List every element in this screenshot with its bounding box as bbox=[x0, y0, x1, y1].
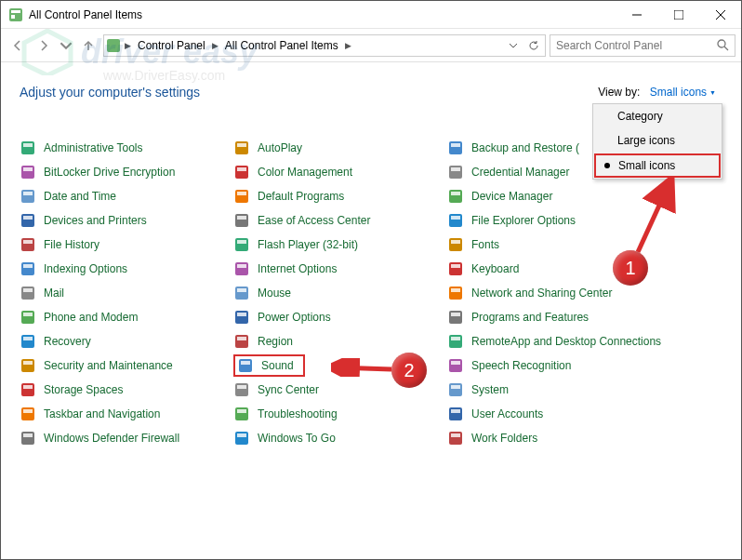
item-label: Troubleshooting bbox=[258, 407, 338, 420]
view-option-small[interactable]: Small icons bbox=[594, 153, 721, 178]
cp-item[interactable]: Phone and Modem bbox=[20, 308, 233, 327]
cp-item[interactable]: Security and Maintenance bbox=[20, 356, 233, 375]
svg-rect-49 bbox=[23, 288, 33, 292]
cp-item[interactable]: Device Manager bbox=[447, 187, 722, 206]
view-option-large[interactable]: Large icons bbox=[593, 128, 722, 153]
item-label: Region bbox=[258, 335, 293, 348]
item-label: System bbox=[471, 383, 509, 396]
cp-item[interactable]: Troubleshooting bbox=[233, 405, 447, 423]
cp-item[interactable]: Windows Defender Firewall bbox=[20, 429, 233, 447]
cp-item[interactable]: File Explorer Options bbox=[447, 211, 722, 230]
item-label: Keyboard bbox=[471, 262, 519, 275]
back-button[interactable] bbox=[7, 34, 29, 57]
view-option-category[interactable]: Category bbox=[593, 104, 722, 128]
cp-item[interactable]: Devices and Printers bbox=[20, 211, 233, 230]
item-icon bbox=[233, 309, 250, 326]
svg-rect-45 bbox=[237, 264, 246, 268]
item-label: Security and Maintenance bbox=[44, 359, 173, 372]
item-icon bbox=[20, 260, 36, 277]
svg-rect-13 bbox=[23, 143, 33, 147]
cp-item[interactable]: Mouse bbox=[233, 284, 447, 302]
cp-item[interactable]: Work Folders bbox=[447, 429, 722, 447]
item-label: Work Folders bbox=[471, 432, 537, 445]
window-title: All Control Panel Items bbox=[29, 8, 616, 21]
cp-item[interactable]: System bbox=[447, 380, 722, 399]
item-label: Credential Manager bbox=[471, 166, 569, 179]
chevron-right-icon[interactable]: ▶ bbox=[343, 41, 353, 50]
cp-item[interactable]: Administrative Tools bbox=[20, 139, 233, 157]
svg-rect-2 bbox=[11, 15, 15, 19]
svg-rect-25 bbox=[23, 192, 33, 195]
svg-rect-83 bbox=[451, 409, 460, 413]
item-icon bbox=[447, 188, 464, 205]
svg-rect-4 bbox=[674, 10, 683, 20]
breadcrumb-current[interactable]: All Control Panel Items bbox=[222, 39, 341, 52]
control-panel-small-icon bbox=[106, 38, 121, 53]
item-label: Programs and Features bbox=[471, 311, 589, 324]
item-label: Phone and Modem bbox=[44, 311, 138, 324]
cp-item[interactable]: AutoPlay bbox=[233, 139, 447, 157]
cp-item[interactable]: Flash Player (32-bit) bbox=[233, 235, 447, 254]
maximize-button[interactable] bbox=[657, 1, 699, 29]
address-dropdown-button[interactable] bbox=[504, 35, 523, 56]
svg-rect-53 bbox=[451, 288, 460, 292]
cp-item[interactable]: File History bbox=[20, 235, 233, 254]
cp-item[interactable]: Power Options bbox=[233, 308, 447, 327]
items-grid: Administrative ToolsAutoPlayBackup and R… bbox=[20, 139, 722, 447]
up-button[interactable] bbox=[77, 34, 99, 57]
svg-rect-41 bbox=[451, 240, 460, 244]
svg-rect-57 bbox=[237, 313, 246, 316]
svg-rect-77 bbox=[451, 385, 460, 389]
cp-item[interactable]: Region bbox=[233, 332, 447, 351]
page-heading: Adjust your computer's settings bbox=[20, 85, 598, 100]
item-label: File History bbox=[44, 238, 99, 251]
refresh-button[interactable] bbox=[524, 35, 543, 56]
item-label: File Explorer Options bbox=[471, 214, 576, 227]
cp-item[interactable]: Color Management bbox=[233, 163, 447, 181]
item-icon bbox=[20, 309, 36, 326]
nav-bar: ▶ Control Panel ▶ All Control Panel Item… bbox=[1, 29, 741, 62]
cp-item[interactable]: Ease of Access Center bbox=[233, 211, 447, 230]
minimize-button[interactable] bbox=[616, 1, 657, 29]
cp-item[interactable]: User Accounts bbox=[447, 405, 722, 423]
item-label: Fonts bbox=[471, 238, 499, 251]
view-by-selector[interactable]: Small icons ▼ bbox=[643, 83, 722, 101]
cp-item[interactable]: Keyboard bbox=[447, 260, 722, 278]
cp-item[interactable]: Mail bbox=[20, 284, 233, 302]
cp-item[interactable]: Recovery bbox=[20, 332, 233, 351]
item-label: RemoteApp and Desktop Connections bbox=[471, 335, 661, 348]
cp-item[interactable]: Speech Recognition bbox=[447, 356, 722, 375]
svg-rect-73 bbox=[23, 385, 33, 389]
cp-item[interactable]: Storage Spaces bbox=[20, 380, 233, 399]
cp-item[interactable]: Network and Sharing Center bbox=[447, 284, 722, 302]
recent-locations-button[interactable] bbox=[59, 34, 73, 57]
item-icon bbox=[233, 188, 250, 205]
close-button[interactable] bbox=[699, 1, 741, 29]
cp-item[interactable]: Default Programs bbox=[233, 187, 447, 206]
svg-rect-17 bbox=[451, 143, 460, 147]
item-icon bbox=[20, 188, 36, 205]
chevron-right-icon[interactable]: ▶ bbox=[123, 41, 133, 50]
cp-item[interactable]: BitLocker Drive Encryption bbox=[20, 163, 233, 181]
item-label: BitLocker Drive Encryption bbox=[44, 166, 175, 179]
item-label: Date and Time bbox=[44, 190, 116, 203]
chevron-right-icon[interactable]: ▶ bbox=[210, 41, 220, 50]
svg-rect-47 bbox=[451, 264, 460, 268]
breadcrumb-root[interactable]: Control Panel bbox=[135, 39, 208, 52]
item-icon bbox=[233, 236, 250, 253]
cp-item[interactable]: Taskbar and Navigation bbox=[20, 405, 233, 423]
cp-item[interactable]: Windows To Go bbox=[233, 429, 447, 447]
svg-rect-21 bbox=[237, 167, 246, 171]
item-icon bbox=[20, 140, 36, 156]
cp-item[interactable]: Internet Options bbox=[233, 260, 447, 278]
address-bar[interactable]: ▶ Control Panel ▶ All Control Panel Item… bbox=[103, 34, 546, 57]
search-box[interactable]: Search Control Panel bbox=[550, 34, 735, 57]
view-by-label: View by: bbox=[598, 86, 640, 99]
cp-item[interactable]: Programs and Features bbox=[447, 308, 722, 327]
cp-item[interactable]: Indexing Options bbox=[20, 260, 233, 278]
forward-button[interactable] bbox=[33, 34, 55, 57]
selected-dot-icon bbox=[604, 163, 610, 168]
cp-item[interactable]: RemoteApp and Desktop Connections bbox=[447, 332, 722, 351]
cp-item[interactable]: Date and Time bbox=[20, 187, 233, 206]
cp-item[interactable]: Fonts bbox=[447, 235, 722, 254]
